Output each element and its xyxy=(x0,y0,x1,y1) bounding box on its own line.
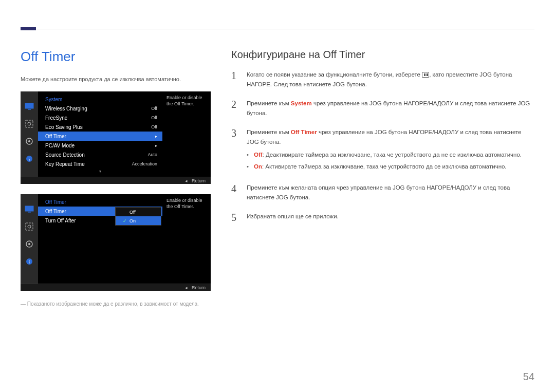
info-icon: i xyxy=(25,258,34,265)
osd-popup-item: ✓On xyxy=(116,216,161,225)
osd-item-value: Auto xyxy=(147,152,157,157)
osd-scroll-hint: ▾ xyxy=(38,170,162,174)
osd-screenshot-system: i System Wireless ChargingOffFreeSyncOff… xyxy=(21,91,211,184)
step-body: Когато се появи указание за функционални… xyxy=(247,70,534,89)
step-number: 4 xyxy=(231,183,238,202)
osd-menu-item: PC/AV Mode▸ xyxy=(38,141,162,150)
osd-help-panel: Enable or disable the Off Timer. xyxy=(162,194,211,284)
osd-sidebar: i xyxy=(21,91,38,177)
osd-popup-label: On xyxy=(130,218,136,223)
step-item: 2Преминете към System чрез управление на… xyxy=(231,99,534,118)
gear-icon xyxy=(25,138,34,145)
check-icon: ✓ xyxy=(123,218,127,223)
monitor-icon xyxy=(25,103,34,110)
osd-item-label: Off Timer xyxy=(45,134,66,139)
osd-menu-item: FreeSyncOff xyxy=(38,113,162,122)
svg-rect-9 xyxy=(28,212,31,213)
keyword: On xyxy=(254,163,262,170)
step-body: Избраната опция ще се приложи. xyxy=(247,212,534,223)
model-disclaimer: ― Показаното изображение може да е разли… xyxy=(21,301,211,307)
picture-icon xyxy=(25,223,34,230)
keyword: Off xyxy=(254,152,263,158)
chevron-right-icon: ▸ xyxy=(155,143,157,148)
return-arrow-icon: ◂ xyxy=(185,178,188,183)
osd-menu: System Wireless ChargingOffFreeSyncOffEc… xyxy=(38,91,162,177)
return-arrow-icon: ◂ xyxy=(185,285,188,290)
osd-item-value: Off xyxy=(151,106,157,111)
osd-item-value: Acceleration xyxy=(132,161,157,166)
osd-item-label: Key Repeat Time xyxy=(45,161,85,167)
step-body: Преминете към Off Timer чрез управление … xyxy=(247,127,534,174)
osd-sidebar: i xyxy=(21,194,38,284)
right-column: Конфигуриране на Off Timer 1Когато се по… xyxy=(231,49,534,307)
svg-point-11 xyxy=(28,225,31,228)
osd-menu-item: Wireless ChargingOff xyxy=(38,104,162,113)
step-number: 3 xyxy=(231,127,238,174)
step-number: 2 xyxy=(231,99,238,118)
page-number: 54 xyxy=(523,371,534,383)
step-number: 1 xyxy=(231,70,238,89)
osd-item-label: Eco Saving Plus xyxy=(45,124,83,130)
step-number: 5 xyxy=(231,212,238,223)
return-label: Return xyxy=(192,178,206,183)
osd-item-label: Off Timer xyxy=(45,209,66,214)
osd-menu-title: Off Timer xyxy=(38,197,162,207)
keyword: Off Timer xyxy=(291,129,317,135)
osd-footer: ◂ Return xyxy=(21,284,211,291)
osd-menu-item: Eco Saving PlusOff xyxy=(38,122,162,132)
keyword: System xyxy=(291,100,312,106)
osd-menu-item: Key Repeat TimeAcceleration xyxy=(38,159,162,169)
config-heading: Конфигуриране на Off Timer xyxy=(231,49,534,61)
osd-item-label: Source Detection xyxy=(45,152,85,158)
steps-list: 1Когато се появи указание за функционалн… xyxy=(231,70,534,223)
page-title: Off Timer xyxy=(21,49,211,65)
step-item: 1Когато се появи указание за функционалн… xyxy=(231,70,534,89)
page-body: Off Timer Можете да настроите продукта д… xyxy=(21,49,534,307)
step-item: 4Преминете към желаната опция чрез управ… xyxy=(231,183,534,202)
left-column: Off Timer Можете да настроите продукта д… xyxy=(21,49,211,307)
osd-item-value: Off xyxy=(151,124,157,129)
osd-item-label: Wireless Charging xyxy=(45,106,87,111)
gear-icon xyxy=(25,240,34,248)
svg-rect-10 xyxy=(26,223,33,230)
info-icon: i xyxy=(25,155,34,162)
svg-rect-8 xyxy=(25,206,33,211)
osd-help-panel: Enable or disable the Off Timer. xyxy=(162,91,211,177)
osd-menu-title: System xyxy=(38,95,162,104)
osd-footer: ◂ Return xyxy=(21,177,211,184)
svg-point-5 xyxy=(28,140,30,142)
osd-screenshot-offtimer: i Off Timer Off TimerOffTurn Off After ✓… xyxy=(21,194,211,291)
step-item: 3Преминете към Off Timer чрез управление… xyxy=(231,127,534,174)
return-label: Return xyxy=(192,285,206,290)
step-body: Преминете към System чрез управление на … xyxy=(247,99,534,118)
step-sublist-item: On: Активирате таймера за изключване, та… xyxy=(247,162,534,172)
osd-menu: Off Timer Off TimerOffTurn Off After ✓Of… xyxy=(38,194,162,284)
intro-text: Можете да настроите продукта да се изклю… xyxy=(21,76,211,82)
svg-rect-0 xyxy=(25,103,33,108)
osd-popup-item: ✓Off xyxy=(116,208,161,216)
svg-point-3 xyxy=(28,122,31,125)
osd-menu-item: Off Timer▸ xyxy=(38,132,162,141)
step-body: Преминете към желаната опция чрез управл… xyxy=(247,183,534,202)
svg-rect-2 xyxy=(26,120,33,127)
picture-icon xyxy=(25,120,34,127)
step-sublist: Off: Деактивирате таймера за изключване,… xyxy=(247,150,534,172)
header-rule xyxy=(21,29,534,29)
header-rule-accent xyxy=(21,27,36,30)
osd-item-value: Off xyxy=(151,115,157,120)
svg-rect-1 xyxy=(28,109,31,110)
step-item: 5Избраната опция ще се приложи. xyxy=(231,212,534,223)
osd-popup-label: Off xyxy=(130,210,136,215)
chevron-right-icon: ▸ xyxy=(155,134,157,139)
osd-item-label: FreeSync xyxy=(45,115,67,121)
osd-popup: ✓Off✓On xyxy=(115,207,161,226)
step-sublist-item: Off: Деактивирате таймера за изключване,… xyxy=(247,150,534,160)
menu-icon xyxy=(422,72,429,78)
osd-menu-item: Source DetectionAuto xyxy=(38,150,162,159)
osd-item-label: PC/AV Mode xyxy=(45,143,75,148)
monitor-icon xyxy=(25,206,34,213)
svg-point-13 xyxy=(28,243,30,245)
osd-item-label: Turn Off After xyxy=(45,218,76,223)
